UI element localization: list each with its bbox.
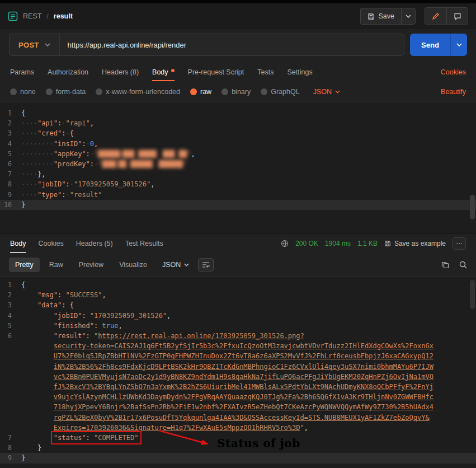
response-tab-test-results[interactable]: Test Results xyxy=(125,235,163,253)
code-line[interactable]: rqPZL%2BeX0byV%2B1r17x6PosuDfT5Yqkqunlga… xyxy=(0,413,476,423)
response-tab-body[interactable]: Body xyxy=(10,235,26,253)
code-line-content: "data": { xyxy=(21,300,476,310)
code-line[interactable]: 5········"appKey":·"█████▌███ ████▌ ███ … xyxy=(0,149,476,159)
copy-button[interactable] xyxy=(441,261,449,269)
code-line[interactable]: Expires=1703926036&Signature=H1q7%2FwXAu… xyxy=(0,423,476,433)
code-line[interactable]: 6········"prodKey":·"███▌██ █████▌ █████… xyxy=(0,159,476,169)
code-line[interactable]: 6 "result": "https://rest.real-api.onlin… xyxy=(0,331,476,341)
code-line[interactable]: 9····"type":·"result" xyxy=(0,190,476,200)
result-url-link[interactable]: iN%2B%2B56%2Fh8cs9FdxKjcD9LPtBSK2kHr9QBZ… xyxy=(54,363,433,371)
code-line[interactable]: 4 "jobID": "1703925059_301526", xyxy=(0,311,476,321)
code-line[interactable]: 1{ xyxy=(0,280,476,290)
save-as-example-button[interactable]: Save as example xyxy=(384,240,446,247)
code-line[interactable]: 10} xyxy=(0,200,476,210)
tab-body[interactable]: Body xyxy=(152,64,175,81)
code-line[interactable]: 5 "finished": true, xyxy=(0,321,476,331)
code-line[interactable]: 1{ xyxy=(0,108,476,118)
response-tab-cookies[interactable]: Cookies xyxy=(39,235,64,253)
result-url-link[interactable]: https://rest.real-api.online/1703925059_… xyxy=(98,332,304,340)
body-type-form-data[interactable]: form-data xyxy=(46,88,86,96)
code-token: , xyxy=(167,312,171,320)
tab-params[interactable]: Params xyxy=(10,64,34,81)
more-options-button[interactable]: ⋯ xyxy=(453,237,466,250)
code-line[interactable]: 2 "msg": "SUCCESS", xyxy=(0,290,476,300)
save-icon xyxy=(367,13,375,20)
code-token xyxy=(21,301,37,309)
view-tab-pretty[interactable]: Pretty xyxy=(9,258,40,272)
result-url-link[interactable]: security-token=CAIS2AJ1q6Ft5B2yfSjIr5b3c… xyxy=(54,342,433,350)
result-url-link[interactable]: fJ%2BxcV3%2BYBqLYnZSbQ7n3aYxmK%2B2hZS6Ui… xyxy=(54,383,433,391)
breadcrumb-separator: / xyxy=(46,12,48,20)
tab-tests[interactable]: Tests xyxy=(257,64,274,81)
response-body-editor[interactable]: 1{2 "msg": "SUCCESS",3 "data": {4 "jobID… xyxy=(0,276,476,468)
body-type-none[interactable]: none xyxy=(10,88,36,96)
url-input[interactable]: https://app.real-api.online/rapi/render xyxy=(60,41,404,49)
code-token: : xyxy=(65,180,69,188)
code-line[interactable]: v9ujcYslAzynMCHLlzUWbKd3DaymDydn%2FPgVRq… xyxy=(0,392,476,402)
send-dropdown-button[interactable] xyxy=(450,34,467,56)
beautify-link[interactable]: Beautify xyxy=(441,88,466,96)
network-globe-icon[interactable] xyxy=(281,240,289,247)
code-token: ···· xyxy=(21,180,37,188)
raw-language-selector[interactable]: JSON xyxy=(313,88,340,96)
line-number xyxy=(0,413,21,423)
view-tab-raw[interactable]: Raw xyxy=(43,258,69,272)
edit-request-button[interactable] xyxy=(425,8,446,25)
line-number: 7 xyxy=(0,169,21,179)
tab-pre-request-script[interactable]: Pre-request Script xyxy=(188,64,244,81)
wrap-lines-button[interactable] xyxy=(198,258,214,272)
code-line-content: rqPZL%2BeX0byV%2B1r17x6PosuDfT5Yqkqunlga… xyxy=(21,413,476,423)
response-language-selector[interactable]: JSON xyxy=(162,261,189,269)
code-token: } xyxy=(37,444,41,452)
result-url-link[interactable]: v9ujcYslAzynMCHLlzUWbKd3DaymDydn%2FPgVRq… xyxy=(54,393,433,401)
body-type-binary[interactable]: binary xyxy=(221,88,251,96)
code-line[interactable]: 9} xyxy=(0,453,476,463)
chevron-down-icon xyxy=(184,263,189,266)
body-type-urlencoded[interactable]: x-www-form-urlencoded xyxy=(96,88,180,96)
save-button[interactable]: Save xyxy=(360,8,402,25)
breadcrumb-collection[interactable]: REST xyxy=(23,12,41,20)
code-line[interactable]: 3····"cred":·{ xyxy=(0,128,476,138)
code-token: { xyxy=(21,281,25,289)
body-content-dot xyxy=(171,69,175,72)
code-line[interactable]: security-token=CAIS2AJ1q6Ft5B2yfSjIr5b3c… xyxy=(0,341,476,351)
request-body-editor[interactable]: 1{2····"api":·"rapi",3····"cred":·{4····… xyxy=(0,102,476,233)
result-url-link[interactable]: rqPZL%2BeX0byV%2B1r17x6PosuDfT5Yqkqunlga… xyxy=(54,414,430,422)
code-line[interactable]: U7%2F0blq5JRpZBbHTlNV%2FzGTP0qFHPWZHInuD… xyxy=(0,351,476,361)
result-url-link[interactable]: Expires=1703926036&Signature=H1q7%2FwXAu… xyxy=(54,424,300,432)
response-tab-headers[interactable]: Headers (5) xyxy=(76,235,113,253)
result-url-link[interactable]: U7%2F0blq5JRpZBbHTlNV%2FzGTP0qFHPWZHInuD… xyxy=(54,352,433,360)
comments-button[interactable] xyxy=(446,8,468,25)
line-number xyxy=(0,423,21,433)
code-line[interactable]: 7····}, xyxy=(0,169,476,179)
code-line[interactable]: 2····"api":·"rapi", xyxy=(0,118,476,128)
result-url-link[interactable]: vc%2BBn0PUEVMyujsN7aoDc2y1d9yBN8KZ9ndYdm… xyxy=(54,373,433,381)
cookies-link[interactable]: Cookies xyxy=(441,68,466,76)
code-line[interactable]: fJ%2BxcV3%2BYBqLYnZSbQ7n3aYxmK%2B2hZS6Ui… xyxy=(0,382,476,392)
body-type-graphql[interactable]: GraphQL xyxy=(261,88,299,96)
response-tabs: Body Cookies Headers (5) Test Results 20… xyxy=(0,233,476,254)
code-token: { xyxy=(70,129,74,137)
search-button[interactable] xyxy=(459,261,467,269)
code-line[interactable]: 8····"jobID":·"1703925059_301526", xyxy=(0,179,476,189)
view-tab-preview[interactable]: Preview xyxy=(73,258,110,272)
method-selector[interactable]: POST xyxy=(10,34,60,55)
tab-settings[interactable]: Settings xyxy=(287,64,312,81)
view-tab-visualize[interactable]: Visualize xyxy=(113,258,153,272)
result-url-link[interactable]: 718hyjXPpevY6Bnjr%2BafSsPn2Rb%2FiE1w2nbf… xyxy=(54,403,433,411)
code-line[interactable]: vc%2BBn0PUEVMyujsN7aoDc2y1d9yBN8KZ9ndYdm… xyxy=(0,372,476,382)
body-type-raw[interactable]: raw xyxy=(190,88,211,96)
code-line[interactable]: iN%2B%2B56%2Fh8cs9FdxKjcD9LPtBSK2kHr9QBZ… xyxy=(0,362,476,372)
breadcrumb-request-name[interactable]: result xyxy=(54,12,73,20)
code-line-content: vc%2BBn0PUEVMyujsN7aoDc2y1d9yBN8KZ9ndYdm… xyxy=(21,372,476,382)
request-editor-scrollbar[interactable] xyxy=(470,195,475,219)
code-line[interactable]: 4········"insID":·0, xyxy=(0,139,476,149)
tab-authorization[interactable]: Authorization xyxy=(48,64,88,81)
tab-headers[interactable]: Headers (8) xyxy=(102,64,139,81)
response-editor-scrollbar[interactable] xyxy=(470,280,475,309)
code-line[interactable]: 3 "data": { xyxy=(0,300,476,310)
code-line[interactable]: 718hyjXPpevY6Bnjr%2BafSsPn2Rb%2FiE1w2nbf… xyxy=(0,402,476,412)
save-dropdown-button[interactable] xyxy=(401,8,416,25)
send-button[interactable]: Send xyxy=(410,34,450,56)
annotation-red-box: "status": "COMPLETED" xyxy=(54,434,139,442)
